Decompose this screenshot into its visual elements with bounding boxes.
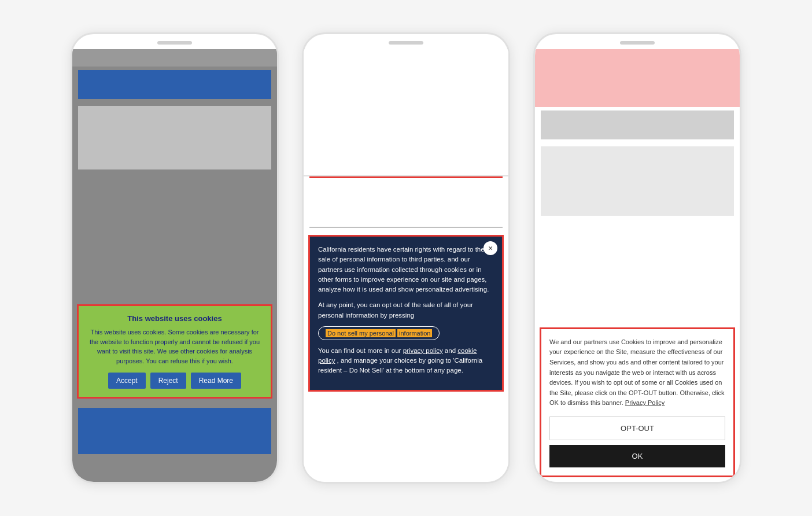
cookie-para3: You can find out more in our privacy pol… [318,346,494,376]
p1-blue-bar [78,70,271,99]
p1-spacer [72,173,277,304]
cookie-desc: This website uses cookies. Some cookies … [86,327,264,366]
p3-pink-block [535,49,740,107]
close-icon: × [488,244,493,253]
cookie-buttons: Accept Reject Read More [86,373,264,389]
p2-gray-line [309,227,503,228]
ok-button[interactable]: OK [549,445,725,467]
phone-2-content: × California residents have certain righ… [304,49,508,482]
dont-sell-button[interactable]: Do not sell my personal information [318,326,440,340]
p3-gray-block [541,110,734,139]
cookie-banner-dark: × California residents have certain righ… [308,235,504,392]
p2-content-lines [304,178,508,224]
cookie-desc-right: We and our partners use Cookies to impro… [549,337,725,408]
p1-bottom-gray [78,459,271,476]
p2-white-block [304,49,508,176]
cookie-banner-right: We and our partners use Cookies to impro… [540,327,735,477]
phone-3-content: We and our partners use Cookies to impro… [535,49,740,482]
reject-button[interactable]: Reject [150,373,186,389]
phone-3-screen: We and our partners use Cookies to impro… [535,49,740,482]
phone-2-screen: × California residents have certain righ… [304,49,508,482]
cookie-para2: At any point, you can opt out of the sal… [318,300,494,320]
phone-2-speaker [389,41,423,45]
accept-button[interactable]: Accept [108,373,146,389]
cookie-para1: California residents have certain rights… [318,245,494,294]
phone-3-speaker [620,41,655,45]
p3-light-block [541,146,734,216]
close-button[interactable]: × [483,241,497,255]
opt-out-button[interactable]: OPT-OUT [549,417,725,440]
information-highlight: information [397,329,432,337]
privacy-policy-link-3[interactable]: Privacy Policy [625,399,665,406]
phone-1-speaker [157,41,192,45]
read-more-button[interactable]: Read More [191,373,241,389]
cookie-banner-green: This website uses cookies This website u… [77,304,272,399]
phone-1: This website uses cookies This website u… [71,32,279,484]
phone-3: We and our partners use Cookies to impro… [533,32,741,484]
phone-1-screen: This website uses cookies This website u… [72,49,277,482]
p1-content-block [78,106,271,169]
privacy-policy-link[interactable]: privacy policy [403,347,443,354]
p1-bottom-blue [78,408,271,454]
p1-gray-bar [72,49,277,67]
phone-2: × California residents have certain righ… [302,32,510,484]
cookie-title: This website uses cookies [86,314,264,323]
phone-1-content: This website uses cookies This website u… [72,49,277,482]
p3-spacer [535,219,740,327]
